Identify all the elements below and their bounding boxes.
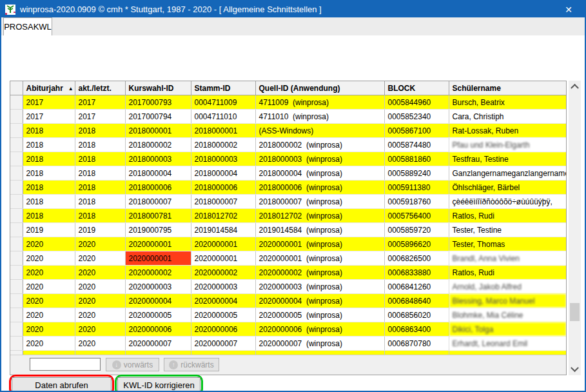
- cell-stamm-id[interactable]: 2018012702: [191, 209, 255, 223]
- cell-quell-id[interactable]: 2018000003 (winprosa): [255, 152, 384, 166]
- cell-akt-letzt[interactable]: 2018: [75, 152, 125, 166]
- cell-quell-id[interactable]: 2018012702 (winprosa): [255, 209, 384, 223]
- table-row[interactable]: 20182018201800000320180000032018000003 (…: [10, 152, 566, 166]
- cell-akt-letzt[interactable]: 2020: [75, 266, 125, 280]
- cell-schuelername[interactable]: Blohmke, Mia Céline: [449, 308, 566, 322]
- row-selector[interactable]: [10, 266, 23, 280]
- cell-block[interactable]: 0005874480: [384, 138, 449, 152]
- cell-abiturjahr[interactable]: 2020: [23, 251, 75, 266]
- cell-abiturjahr[interactable]: 2020: [23, 337, 75, 351]
- daten-abrufen-button[interactable]: Daten abrufen: [12, 377, 112, 392]
- cell-kurswahl-id[interactable]: 2020000001: [125, 251, 191, 266]
- column-header-block[interactable]: BLOCK: [384, 81, 449, 95]
- scrollbar-thumb[interactable]: [570, 303, 580, 321]
- column-header-kurswahl-id[interactable]: Kurswahl-ID: [125, 81, 191, 95]
- cell-abiturjahr[interactable]: 2020: [23, 280, 75, 294]
- cell-abiturjahr[interactable]: 2020: [23, 308, 75, 322]
- cell-akt-letzt[interactable]: 2018: [75, 209, 125, 223]
- row-selector[interactable]: [10, 124, 23, 138]
- cell-quell-id[interactable]: 2020000002 (winprosa): [255, 266, 384, 280]
- cell-stamm-id[interactable]: 2018000006: [191, 181, 255, 195]
- table-row[interactable]: 20172017201700079400047110104711010 (win…: [10, 110, 566, 124]
- cell-kurswahl-id[interactable]: 2020000006: [125, 322, 191, 337]
- cell-abiturjahr[interactable]: 2017: [23, 110, 75, 124]
- row-selector[interactable]: [10, 209, 23, 223]
- row-selector[interactable]: [10, 294, 23, 308]
- cell-block[interactable]: 0005859720: [384, 223, 449, 237]
- cell-block[interactable]: 0006863400: [384, 322, 449, 337]
- cell-akt-letzt[interactable]: 2018: [75, 124, 125, 138]
- cell-akt-letzt[interactable]: 2018: [75, 195, 125, 209]
- cell-schuelername[interactable]: Ratlos, Rudi: [449, 266, 566, 280]
- cell-akt-letzt[interactable]: 2017: [75, 110, 125, 124]
- row-selector[interactable]: [10, 152, 23, 166]
- cell-quell-id[interactable]: 2020000006 (winprosa): [255, 322, 384, 337]
- cell-stamm-id[interactable]: 2018000001: [191, 124, 255, 138]
- table-row[interactable]: 20202020202000000720200000072020000007 (…: [10, 337, 566, 351]
- cell-kurswahl-id[interactable]: 2020000005: [125, 308, 191, 322]
- cell-block[interactable]: 0005844960: [384, 95, 449, 110]
- cell-stamm-id[interactable]: 2020000001: [191, 251, 255, 266]
- cell-quell-id[interactable]: 2019014584 (winprosa): [255, 223, 384, 237]
- cell-abiturjahr[interactable]: 2020: [23, 322, 75, 337]
- cell-abiturjahr[interactable]: 2018: [23, 152, 75, 166]
- cell-akt-letzt[interactable]: 2018: [75, 181, 125, 195]
- cell-akt-letzt[interactable]: 2020: [75, 294, 125, 308]
- cell-kurswahl-id[interactable]: 2018000003: [125, 152, 191, 166]
- search-input[interactable]: [30, 358, 101, 371]
- forward-button[interactable]: ↓ vorwärts: [106, 358, 159, 371]
- cell-abiturjahr[interactable]: 2017: [23, 95, 75, 110]
- cell-abiturjahr[interactable]: 2018: [23, 209, 75, 223]
- cell-kurswahl-id[interactable]: 2020000007: [125, 337, 191, 351]
- cell-abiturjahr[interactable]: 2019: [23, 223, 75, 237]
- cell-quell-id[interactable]: 2020000005 (winprosa): [255, 308, 384, 322]
- column-header-stamm-id[interactable]: Stamm-ID: [191, 81, 255, 95]
- cell-schuelername[interactable]: Rat-Lossak, Ruben: [449, 124, 566, 138]
- cell-abiturjahr[interactable]: 2020: [23, 237, 75, 251]
- cell-block[interactable]: 0006848640: [384, 294, 449, 308]
- cell-stamm-id[interactable]: 2020000003: [191, 280, 255, 294]
- cell-stamm-id[interactable]: 2020000005: [191, 308, 255, 322]
- cell-kurswahl-id[interactable]: 2017000794: [125, 110, 191, 124]
- backward-button[interactable]: ↑ rückwärts: [164, 358, 219, 371]
- column-header-quell-id[interactable]: Quell-ID (Anwendung): [255, 81, 384, 95]
- cell-stamm-id[interactable]: 2020000004: [191, 294, 255, 308]
- scrollbar-up-button[interactable]: [569, 81, 581, 92]
- cell-schuelername[interactable]: Ganzlangernameganzlangername: [449, 166, 566, 181]
- table-row[interactable]: 20202020202000000520200000052020000005 (…: [10, 308, 566, 322]
- row-selector[interactable]: [10, 110, 23, 124]
- cell-block[interactable]: 0005867100: [384, 124, 449, 138]
- row-selector[interactable]: [10, 251, 23, 266]
- table-row[interactable]: 20192019201900079520190145842019014584 (…: [10, 223, 566, 237]
- cell-quell-id[interactable]: 2020000001 (winprosa): [255, 237, 384, 251]
- cell-schuelername[interactable]: Testfrau, Testine: [449, 152, 566, 166]
- row-selector[interactable]: [10, 138, 23, 152]
- tab-prosakwl[interactable]: PROSAKWL: [3, 17, 52, 35]
- row-selector[interactable]: [10, 322, 23, 337]
- cell-abiturjahr[interactable]: 2018: [23, 166, 75, 181]
- table-row[interactable]: 20182018201800000220180000022018000002 (…: [10, 138, 566, 152]
- cell-stamm-id[interactable]: 2018000004: [191, 166, 255, 181]
- cell-block[interactable]: 0005852340: [384, 110, 449, 124]
- cell-block[interactable]: 0006870780: [384, 337, 449, 351]
- table-row[interactable]: 20202020202000000120200000012020000001 (…: [10, 237, 566, 251]
- column-header-akt-letzt[interactable]: akt./letzt.: [75, 81, 125, 95]
- cell-abiturjahr[interactable]: 2018: [23, 138, 75, 152]
- close-icon[interactable]: ✕: [559, 1, 578, 17]
- cell-quell-id[interactable]: 2018000002 (winprosa): [255, 138, 384, 152]
- cell-quell-id[interactable]: (ASS-Windows): [255, 124, 384, 138]
- cell-stamm-id[interactable]: 2020000007: [191, 337, 255, 351]
- row-selector[interactable]: [10, 95, 23, 110]
- cell-stamm-id[interactable]: 2020000002: [191, 266, 255, 280]
- cell-abiturjahr[interactable]: 2018: [23, 195, 75, 209]
- cell-schuelername[interactable]: çèéêëìíîïðñòóôõö÷øùúûüýþÿ,: [449, 195, 566, 209]
- cell-kurswahl-id[interactable]: 2020000003: [125, 280, 191, 294]
- cell-schuelername[interactable]: Cara, Christiph: [449, 110, 566, 124]
- table-row[interactable]: 20182018201800000620180000062018000006 (…: [10, 181, 566, 195]
- table-row[interactable]: 2018201820180000012018000001(ASS-Windows…: [10, 124, 566, 138]
- cell-abiturjahr[interactable]: 2020: [23, 294, 75, 308]
- cell-quell-id[interactable]: 4711009 (winprosa): [255, 95, 384, 110]
- cell-schuelername[interactable]: Pfau und Klein-Elgarth: [449, 138, 566, 152]
- cell-schuelername[interactable]: Bursch, Beatrix: [449, 95, 566, 110]
- cell-quell-id[interactable]: 4711010 (winprosa): [255, 110, 384, 124]
